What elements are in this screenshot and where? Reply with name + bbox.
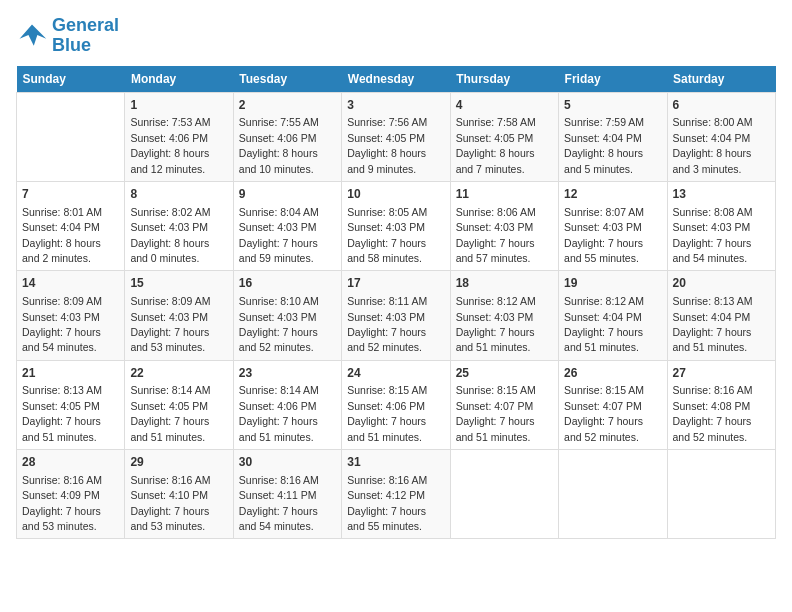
calendar-cell: 20 Sunrise: 8:13 AMSunset: 4:04 PMDaylig… <box>667 271 775 360</box>
page-header: General Blue <box>16 16 776 56</box>
day-sunrise: Sunrise: 8:11 AMSunset: 4:03 PMDaylight:… <box>347 295 427 353</box>
day-number: 25 <box>456 365 553 382</box>
day-number: 12 <box>564 186 661 203</box>
calendar-cell: 1 Sunrise: 7:53 AMSunset: 4:06 PMDayligh… <box>125 92 233 181</box>
day-number: 16 <box>239 275 336 292</box>
day-sunrise: Sunrise: 7:55 AMSunset: 4:06 PMDaylight:… <box>239 116 319 174</box>
day-sunrise: Sunrise: 8:01 AMSunset: 4:04 PMDaylight:… <box>22 206 102 264</box>
day-sunrise: Sunrise: 8:04 AMSunset: 4:03 PMDaylight:… <box>239 206 319 264</box>
calendar-cell: 24 Sunrise: 8:15 AMSunset: 4:06 PMDaylig… <box>342 360 450 449</box>
day-sunrise: Sunrise: 8:09 AMSunset: 4:03 PMDaylight:… <box>130 295 210 353</box>
day-number: 6 <box>673 97 770 114</box>
day-number: 14 <box>22 275 119 292</box>
day-sunrise: Sunrise: 8:16 AMSunset: 4:10 PMDaylight:… <box>130 474 210 532</box>
day-sunrise: Sunrise: 8:14 AMSunset: 4:05 PMDaylight:… <box>130 384 210 442</box>
calendar-cell: 3 Sunrise: 7:56 AMSunset: 4:05 PMDayligh… <box>342 92 450 181</box>
weekday-header-friday: Friday <box>559 66 667 93</box>
calendar-cell: 2 Sunrise: 7:55 AMSunset: 4:06 PMDayligh… <box>233 92 341 181</box>
day-number: 22 <box>130 365 227 382</box>
calendar-cell: 27 Sunrise: 8:16 AMSunset: 4:08 PMDaylig… <box>667 360 775 449</box>
calendar-week-2: 7 Sunrise: 8:01 AMSunset: 4:04 PMDayligh… <box>17 181 776 270</box>
day-number: 5 <box>564 97 661 114</box>
day-sunrise: Sunrise: 7:59 AMSunset: 4:04 PMDaylight:… <box>564 116 644 174</box>
calendar-cell: 7 Sunrise: 8:01 AMSunset: 4:04 PMDayligh… <box>17 181 125 270</box>
calendar-cell <box>667 450 775 539</box>
day-number: 11 <box>456 186 553 203</box>
calendar-cell: 28 Sunrise: 8:16 AMSunset: 4:09 PMDaylig… <box>17 450 125 539</box>
day-sunrise: Sunrise: 8:15 AMSunset: 4:07 PMDaylight:… <box>456 384 536 442</box>
calendar-cell: 6 Sunrise: 8:00 AMSunset: 4:04 PMDayligh… <box>667 92 775 181</box>
day-number: 3 <box>347 97 444 114</box>
calendar-week-5: 28 Sunrise: 8:16 AMSunset: 4:09 PMDaylig… <box>17 450 776 539</box>
calendar-cell: 15 Sunrise: 8:09 AMSunset: 4:03 PMDaylig… <box>125 271 233 360</box>
day-number: 15 <box>130 275 227 292</box>
weekday-header-monday: Monday <box>125 66 233 93</box>
day-sunrise: Sunrise: 7:58 AMSunset: 4:05 PMDaylight:… <box>456 116 536 174</box>
day-sunrise: Sunrise: 8:14 AMSunset: 4:06 PMDaylight:… <box>239 384 319 442</box>
day-number: 1 <box>130 97 227 114</box>
day-sunrise: Sunrise: 8:02 AMSunset: 4:03 PMDaylight:… <box>130 206 210 264</box>
day-sunrise: Sunrise: 8:05 AMSunset: 4:03 PMDaylight:… <box>347 206 427 264</box>
day-number: 23 <box>239 365 336 382</box>
calendar-cell: 8 Sunrise: 8:02 AMSunset: 4:03 PMDayligh… <box>125 181 233 270</box>
logo-text: General Blue <box>52 16 119 56</box>
weekday-header-wednesday: Wednesday <box>342 66 450 93</box>
calendar-cell: 17 Sunrise: 8:11 AMSunset: 4:03 PMDaylig… <box>342 271 450 360</box>
logo: General Blue <box>16 16 119 56</box>
calendar-cell: 11 Sunrise: 8:06 AMSunset: 4:03 PMDaylig… <box>450 181 558 270</box>
day-number: 31 <box>347 454 444 471</box>
day-sunrise: Sunrise: 8:06 AMSunset: 4:03 PMDaylight:… <box>456 206 536 264</box>
calendar-cell: 26 Sunrise: 8:15 AMSunset: 4:07 PMDaylig… <box>559 360 667 449</box>
day-number: 9 <box>239 186 336 203</box>
calendar-cell: 19 Sunrise: 8:12 AMSunset: 4:04 PMDaylig… <box>559 271 667 360</box>
day-sunrise: Sunrise: 8:12 AMSunset: 4:03 PMDaylight:… <box>456 295 536 353</box>
calendar-cell: 25 Sunrise: 8:15 AMSunset: 4:07 PMDaylig… <box>450 360 558 449</box>
weekday-header-saturday: Saturday <box>667 66 775 93</box>
calendar-cell: 22 Sunrise: 8:14 AMSunset: 4:05 PMDaylig… <box>125 360 233 449</box>
weekday-header-sunday: Sunday <box>17 66 125 93</box>
calendar-cell: 10 Sunrise: 8:05 AMSunset: 4:03 PMDaylig… <box>342 181 450 270</box>
day-sunrise: Sunrise: 8:12 AMSunset: 4:04 PMDaylight:… <box>564 295 644 353</box>
day-sunrise: Sunrise: 7:56 AMSunset: 4:05 PMDaylight:… <box>347 116 427 174</box>
svg-marker-0 <box>20 24 47 45</box>
day-number: 20 <box>673 275 770 292</box>
day-sunrise: Sunrise: 7:53 AMSunset: 4:06 PMDaylight:… <box>130 116 210 174</box>
calendar-week-4: 21 Sunrise: 8:13 AMSunset: 4:05 PMDaylig… <box>17 360 776 449</box>
calendar-cell: 4 Sunrise: 7:58 AMSunset: 4:05 PMDayligh… <box>450 92 558 181</box>
day-number: 19 <box>564 275 661 292</box>
day-sunrise: Sunrise: 8:15 AMSunset: 4:07 PMDaylight:… <box>564 384 644 442</box>
day-number: 7 <box>22 186 119 203</box>
day-sunrise: Sunrise: 8:00 AMSunset: 4:04 PMDaylight:… <box>673 116 753 174</box>
day-number: 28 <box>22 454 119 471</box>
calendar-week-1: 1 Sunrise: 7:53 AMSunset: 4:06 PMDayligh… <box>17 92 776 181</box>
calendar-week-3: 14 Sunrise: 8:09 AMSunset: 4:03 PMDaylig… <box>17 271 776 360</box>
calendar-cell: 30 Sunrise: 8:16 AMSunset: 4:11 PMDaylig… <box>233 450 341 539</box>
day-sunrise: Sunrise: 8:13 AMSunset: 4:05 PMDaylight:… <box>22 384 102 442</box>
day-number: 13 <box>673 186 770 203</box>
calendar-cell: 18 Sunrise: 8:12 AMSunset: 4:03 PMDaylig… <box>450 271 558 360</box>
day-number: 2 <box>239 97 336 114</box>
calendar-cell: 9 Sunrise: 8:04 AMSunset: 4:03 PMDayligh… <box>233 181 341 270</box>
day-number: 8 <box>130 186 227 203</box>
logo-icon <box>16 22 48 50</box>
calendar-cell: 5 Sunrise: 7:59 AMSunset: 4:04 PMDayligh… <box>559 92 667 181</box>
day-number: 29 <box>130 454 227 471</box>
day-number: 17 <box>347 275 444 292</box>
calendar-cell <box>559 450 667 539</box>
day-sunrise: Sunrise: 8:16 AMSunset: 4:08 PMDaylight:… <box>673 384 753 442</box>
calendar-table: SundayMondayTuesdayWednesdayThursdayFrid… <box>16 66 776 540</box>
calendar-cell: 29 Sunrise: 8:16 AMSunset: 4:10 PMDaylig… <box>125 450 233 539</box>
day-sunrise: Sunrise: 8:09 AMSunset: 4:03 PMDaylight:… <box>22 295 102 353</box>
weekday-header-tuesday: Tuesday <box>233 66 341 93</box>
day-sunrise: Sunrise: 8:08 AMSunset: 4:03 PMDaylight:… <box>673 206 753 264</box>
calendar-cell: 14 Sunrise: 8:09 AMSunset: 4:03 PMDaylig… <box>17 271 125 360</box>
calendar-cell: 16 Sunrise: 8:10 AMSunset: 4:03 PMDaylig… <box>233 271 341 360</box>
day-sunrise: Sunrise: 8:07 AMSunset: 4:03 PMDaylight:… <box>564 206 644 264</box>
calendar-cell: 12 Sunrise: 8:07 AMSunset: 4:03 PMDaylig… <box>559 181 667 270</box>
day-number: 10 <box>347 186 444 203</box>
day-sunrise: Sunrise: 8:13 AMSunset: 4:04 PMDaylight:… <box>673 295 753 353</box>
weekday-header-row: SundayMondayTuesdayWednesdayThursdayFrid… <box>17 66 776 93</box>
day-number: 4 <box>456 97 553 114</box>
day-number: 26 <box>564 365 661 382</box>
calendar-cell: 21 Sunrise: 8:13 AMSunset: 4:05 PMDaylig… <box>17 360 125 449</box>
